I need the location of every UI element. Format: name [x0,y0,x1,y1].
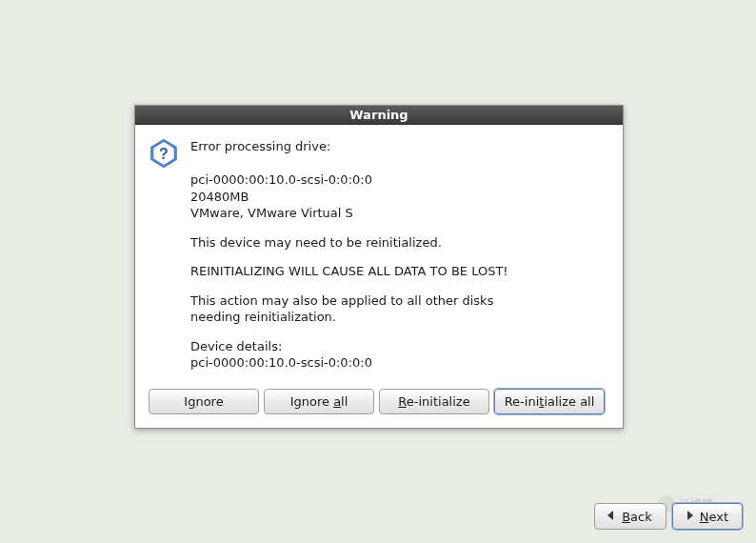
msg-details-label: Device details: [190,338,607,355]
msg-error-line: Error processing drive: [190,138,607,155]
dialog-body: ? Error processing drive: pci-0000:00:10… [135,125,623,381]
msg-reinit-needed: This device may need to be reinitialized… [190,234,607,251]
ignore-button[interactable]: Ignore [149,389,259,414]
back-button[interactable]: Back [594,503,666,530]
dialog-title: Warning [135,106,623,125]
msg-details-value: pci-0000:00:10.0-scsi-0:0:0:0 [190,354,607,372]
msg-apply-all-2: needing reinitialization. [190,309,607,326]
svg-marker-3 [607,511,613,520]
arrow-left-icon [605,509,618,524]
navigation-row: Back Next [594,503,743,530]
reinitialize-all-button[interactable]: Re-initialize all [494,389,605,414]
back-label: Back [622,510,652,524]
msg-drive-vendor: VMware, VMware Virtual S [190,205,607,222]
arrow-right-icon [683,509,696,524]
msg-drive-path: pci-0000:00:10.0-scsi-0:0:0:0 [190,171,607,189]
svg-marker-4 [687,511,693,520]
warning-dialog: Warning ? Error processing drive: pci-00… [134,105,624,429]
next-button[interactable]: Next [672,503,743,530]
reinitialize-button[interactable]: Re-initialize [379,389,489,414]
msg-apply-all-1: This action may also be applied to all o… [190,292,607,310]
msg-blank [190,155,607,172]
question-icon: ? [149,138,179,169]
ignore-all-button[interactable]: Ignore all [264,389,374,414]
next-label: Next [700,510,728,524]
svg-text:?: ? [159,146,169,162]
dialog-icon-column: ? [149,138,190,372]
dialog-button-row: Ignore Ignore all Re-initialize Re-initi… [135,381,623,428]
msg-warn: REINITIALIZING WILL CAUSE ALL DATA TO BE… [190,263,607,280]
dialog-message: Error processing drive: pci-0000:00:10.0… [190,138,607,372]
msg-drive-size: 20480MB [190,189,607,206]
